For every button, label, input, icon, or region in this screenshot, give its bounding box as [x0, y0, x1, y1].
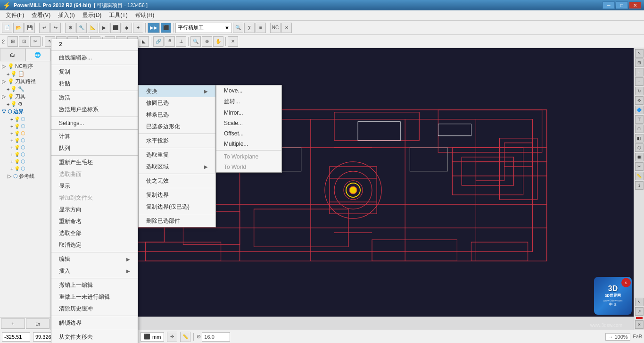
menu-tools[interactable]: 工具(T) — [105, 10, 131, 20]
rp-zoom-fit[interactable]: ⊞ — [635, 59, 644, 67]
ctx3-move[interactable]: Move... — [216, 85, 281, 96]
rp-iso[interactable]: 🔷 — [635, 106, 644, 114]
status-measure[interactable]: 📏 — [180, 332, 190, 342]
tb2-snap[interactable]: 🔗 — [153, 36, 164, 47]
ctx-redo-edit[interactable]: 重做上一未进行编辑 — [51, 291, 138, 303]
tb-btn9[interactable]: ✦ — [133, 23, 143, 33]
ctx-queue[interactable]: 队列 — [51, 142, 138, 154]
tree-nc[interactable]: ▷ 💡 NC程序 — [1, 62, 50, 70]
ctx-rename[interactable]: 重新命名 — [51, 216, 138, 227]
ctx-activate-ucs[interactable]: 激活用户坐标系 — [51, 104, 138, 116]
menu-file[interactable]: 文件(F) — [2, 10, 28, 20]
ctx-remove-folder[interactable]: 从文件夹移去 — [51, 331, 138, 343]
tb-simulate[interactable]: ▶▶ — [148, 23, 160, 33]
rp-rotate[interactable]: ↻ — [635, 87, 644, 95]
tb-save[interactable]: 💾 — [25, 23, 35, 33]
tree-tool-sub[interactable]: + 💡 ⚙ — [7, 100, 50, 108]
rp-shade[interactable]: 🔳 — [635, 153, 644, 161]
tree-boundary[interactable]: ▽ ⬡ 边界 — [1, 108, 50, 116]
panel-btn1[interactable]: + — [1, 318, 25, 329]
rp-side[interactable]: ◧ — [635, 134, 644, 142]
ctx-undo-edit[interactable]: 撤销上一编辑 — [51, 279, 138, 291]
tb-simulate2[interactable]: ⬛ — [161, 23, 171, 33]
menu-view[interactable]: 查看(V) — [28, 10, 54, 20]
border-item-5[interactable]: + 💡 ⬡ — [10, 144, 50, 151]
border-item-8[interactable]: + 💡 ⬡ — [10, 165, 50, 172]
tb2-zoom-sel[interactable]: ⊕ — [202, 36, 212, 47]
tree-toolpath[interactable]: ▷ 💡 刀具路径 — [1, 77, 50, 85]
ctx2-round-sel[interactable]: 修圆已选 — [139, 97, 215, 109]
rp-meas[interactable]: 📏 — [635, 172, 644, 180]
ctx-edit[interactable]: 编辑 ▶ — [51, 253, 138, 265]
border-item-3[interactable]: + 💡 ⬡ — [10, 130, 50, 137]
ctx-unlock[interactable]: 解锁边界 — [51, 317, 138, 329]
tb-btn4[interactable]: 🔧 — [76, 23, 87, 33]
tab-explorer[interactable]: 🗂 — [0, 48, 25, 61]
rp-zoom-in[interactable]: + — [635, 68, 644, 76]
ctx3-mirror[interactable]: Mirror... — [216, 108, 281, 118]
menu-display[interactable]: 显示(D) — [79, 10, 106, 20]
status-crosshair[interactable]: ✛ — [167, 332, 177, 342]
ctx2-horiz-proj[interactable]: 水平投影 — [139, 135, 215, 147]
tb-btn7[interactable]: ⬛ — [110, 23, 121, 33]
rp-section[interactable]: ✂ — [635, 162, 644, 171]
tb2-btn2[interactable]: ⊡ — [19, 36, 29, 47]
ctx2-copy-boundary[interactable]: 复制边界 — [139, 189, 215, 201]
ctx2-spline-sel[interactable]: 样条已选 — [139, 109, 215, 121]
tb-new[interactable]: 📄 — [2, 23, 12, 33]
border-item-1[interactable]: + 💡 ⬡ — [10, 116, 50, 123]
tb-btn3[interactable]: ⚙ — [65, 23, 75, 33]
ctx-insert[interactable]: 插入 ▶ — [51, 265, 138, 277]
ctx-curve-editor[interactable]: 曲线编辑器... — [51, 52, 138, 64]
rp-cursor2[interactable]: ↗ — [635, 307, 644, 316]
ctx-copy[interactable]: 复制 — [51, 66, 138, 78]
rp-front[interactable]: □ — [635, 125, 644, 133]
tb-close-path[interactable]: ✕ — [281, 23, 292, 33]
border-item-4[interactable]: + 💡 ⬡ — [10, 137, 50, 144]
ctx2-invalidate[interactable]: 使之无效 — [139, 175, 215, 187]
tb-open[interactable]: 📂 — [13, 23, 24, 33]
tree-tp-sub[interactable]: + 💡 🔧 — [7, 85, 50, 92]
ctx2-copy-boundary-sel[interactable]: 复制边界(仅已选) — [139, 201, 215, 213]
tree-refline[interactable]: ▷ ⬡ 参考线 — [7, 172, 50, 180]
ctx-select-surface[interactable]: 选取曲面 — [51, 168, 138, 180]
tb-btn6[interactable]: ▶ — [99, 23, 109, 33]
tb-calc[interactable]: ∑ — [244, 23, 255, 33]
ctx-display[interactable]: 显示 — [51, 180, 138, 192]
tb-strategy-btn[interactable]: 🔍 — [233, 23, 243, 33]
ctx2-poly-sel[interactable]: 已选多边形化 — [139, 121, 215, 133]
tb2-grid[interactable]: # — [165, 36, 175, 47]
tb-btn5[interactable]: 📐 — [88, 23, 98, 33]
rp-info[interactable]: ℹ — [635, 181, 644, 190]
tb2-btn3[interactable]: ✂ — [30, 36, 41, 47]
panel-btn2[interactable]: 🗂 — [26, 318, 50, 329]
tb-nc[interactable]: NC — [270, 23, 281, 33]
tb-undo[interactable]: ↩ — [39, 23, 50, 33]
tb-queue[interactable]: ≡ — [256, 23, 266, 33]
ctx3-to-workplane[interactable]: To Workplane — [216, 151, 281, 162]
rp-top[interactable]: ⊤ — [635, 115, 644, 124]
ctx2-sel-repeat[interactable]: 选取重复 — [139, 149, 215, 161]
ctx-display-dir[interactable]: 显示方向 — [51, 204, 138, 216]
rp-wire[interactable]: ⬡ — [635, 143, 644, 152]
border-item-6[interactable]: + 💡 ⬡ — [10, 151, 50, 158]
tb2-close[interactable]: ✕ — [228, 36, 238, 47]
ctx3-offset[interactable]: Offset... — [216, 128, 281, 139]
ctx-deselect[interactable]: 取消选定 — [51, 239, 138, 251]
menu-help[interactable]: 帮助(H) — [132, 10, 158, 20]
menu-insert[interactable]: 插入(I) — [54, 10, 78, 20]
ctx2-transform[interactable]: 变换 ▶ — [139, 85, 215, 97]
ctx3-rotate[interactable]: 旋转... — [216, 96, 281, 108]
tb2-ortho[interactable]: ⊥ — [176, 36, 186, 47]
tab-world[interactable]: 🌐 — [25, 48, 51, 61]
tree-nc-sub[interactable]: + 💡 📋 — [7, 70, 50, 77]
rp-pan[interactable]: ✥ — [635, 96, 644, 105]
border-item-7[interactable]: + 💡 ⬡ — [10, 158, 50, 165]
maximize-button[interactable]: □ — [616, 1, 628, 9]
rp-close[interactable]: ✕ — [635, 320, 644, 329]
ctx-select-all[interactable]: 选取全部 — [51, 227, 138, 239]
ctx-add-folder[interactable]: 增加到文件夹 — [51, 192, 138, 204]
close-button[interactable]: ✕ — [629, 1, 641, 9]
ctx-paste[interactable]: 粘贴 — [51, 78, 138, 90]
ctx3-scale[interactable]: Scale... — [216, 118, 281, 128]
